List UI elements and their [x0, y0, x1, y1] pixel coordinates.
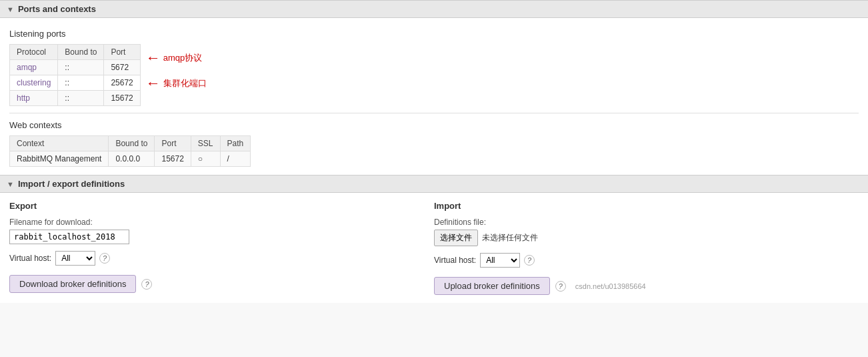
export-section: Export Filename for download: Virtual ho…: [9, 201, 434, 295]
vhost-export-select[interactable]: All: [55, 251, 95, 266]
table-cell-protocol: http: [10, 91, 58, 106]
table-row: clustering::25672: [10, 75, 141, 91]
table-cell-context: RabbitMQ Management: [10, 151, 109, 167]
watermark-text: csdn.net/u013985664: [575, 282, 646, 290]
vhost-import-help[interactable]: ?: [524, 255, 535, 266]
ports-contexts-body: Listening ports Protocol Bound to Port a…: [0, 18, 868, 175]
col-port: Port: [104, 45, 140, 60]
col-port-web: Port: [155, 136, 191, 151]
web-contexts-label: Web contexts: [9, 120, 859, 130]
import-export-section: ▼ Import / export definitions Export Fil…: [0, 175, 868, 303]
col-context: Context: [10, 136, 109, 151]
import-section: Import Definitions file: 选择文件 未选择任何文件 Vi…: [434, 201, 859, 295]
table-cell-port: 15672: [104, 91, 140, 106]
annotation-clustering-text: 集群化端口: [163, 77, 207, 89]
web-contexts-table: Context Bound to Port SSL Path RabbitMQ …: [9, 135, 251, 167]
ports-contexts-header: ▼ Ports and contexts: [0, 0, 868, 18]
col-protocol: Protocol: [10, 45, 58, 60]
table-cell-bound_to: ::: [58, 91, 104, 106]
collapse-arrow2-icon[interactable]: ▼: [7, 180, 14, 188]
ports-contexts-section: ▼ Ports and contexts Listening ports Pro…: [0, 0, 868, 175]
col-bound-to: Bound to: [58, 45, 104, 60]
table-cell-protocol: amqp: [10, 60, 58, 75]
filename-label: Filename for download:: [9, 218, 434, 227]
vhost-export-label: Virtual host:: [9, 254, 51, 263]
download-help-icon[interactable]: ?: [141, 279, 152, 290]
arrow-amqp-icon: ←: [146, 51, 161, 65]
table-cell-bound_to: ::: [58, 60, 104, 75]
annotation-clustering: ← 集群化端口: [146, 76, 207, 91]
filename-input[interactable]: [9, 230, 129, 244]
import-export-title: Import / export definitions: [18, 179, 125, 189]
import-label: Import: [434, 201, 859, 211]
col-bound-to-web: Bound to: [109, 136, 155, 151]
table-cell-path: /: [220, 151, 251, 167]
table-cell-bound_to: ::: [58, 75, 104, 91]
no-file-text: 未选择任何文件: [482, 232, 538, 244]
export-label: Export: [9, 201, 434, 211]
arrow-clustering-icon: ←: [146, 76, 161, 91]
table-row: RabbitMQ Management0.0.0.015672○/: [10, 151, 251, 167]
file-input-row: 选择文件 未选择任何文件: [434, 230, 859, 246]
table-cell-port: 5672: [104, 60, 140, 75]
upload-help-icon[interactable]: ?: [555, 281, 566, 292]
col-ssl: SSL: [191, 136, 220, 151]
upload-broker-definitions-button[interactable]: Upload broker definitions: [434, 277, 550, 295]
choose-file-button[interactable]: 选择文件: [434, 230, 478, 246]
vhost-import-label: Virtual host:: [434, 256, 476, 265]
import-export-header: ▼ Import / export definitions: [0, 175, 868, 193]
annotation-amqp-text: amqp协议: [163, 52, 203, 64]
table-row: amqp::5672: [10, 60, 141, 75]
collapse-arrow-icon[interactable]: ▼: [7, 5, 14, 13]
listening-ports-table: Protocol Bound to Port amqp::5672cluster…: [9, 44, 141, 106]
definitions-file-label: Definitions file:: [434, 218, 859, 227]
table-cell-port: 15672: [155, 151, 191, 167]
annotations-container: ← amqp协议 ← 集群化端口: [146, 44, 207, 91]
ports-contexts-title: Ports and contexts: [18, 4, 96, 14]
col-path: Path: [220, 136, 251, 151]
table-cell-protocol: clustering: [10, 75, 58, 91]
table-cell-port: 25672: [104, 75, 140, 91]
table-cell-bound_to: 0.0.0.0: [109, 151, 155, 167]
import-export-body: Export Filename for download: Virtual ho…: [0, 193, 868, 303]
vhost-import-select[interactable]: All: [480, 253, 520, 268]
table-row: http::15672: [10, 91, 141, 106]
download-broker-definitions-button[interactable]: Download broker definitions: [9, 275, 136, 293]
table-cell-ssl: ○: [191, 151, 220, 167]
listening-ports-label: Listening ports: [9, 29, 859, 39]
annotation-amqp: ← amqp协议: [146, 51, 207, 65]
vhost-export-help[interactable]: ?: [99, 253, 110, 264]
